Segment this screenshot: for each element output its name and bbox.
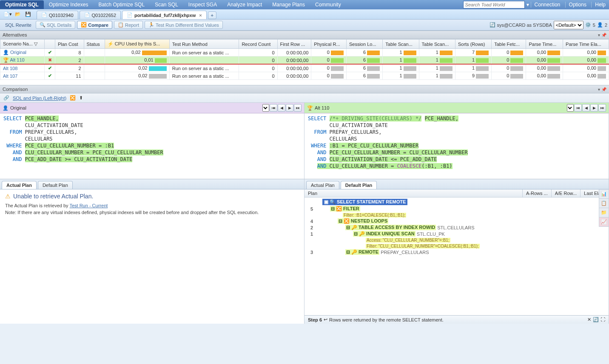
step-icon: ↩	[324, 317, 327, 322]
plan-tree-node[interactable]: 5⊟ 🔀 FILTER	[305, 206, 608, 212]
prev-icon[interactable]: ◀	[278, 104, 285, 112]
grid-col-header[interactable]: Plan Cost	[55, 40, 84, 49]
swap-icon[interactable]: 🔀	[70, 95, 76, 101]
menu-batch-optimize[interactable]: Batch Optimize SQL	[93, 0, 150, 9]
menu-optimize-indexes[interactable]: Optimize Indexes	[44, 0, 94, 9]
plan-tree[interactable]: ▣ 🔍 SELECT STATEMENT REMOTE5⊟ 🔀 FILTERFi…	[304, 198, 609, 256]
grid-col-header[interactable]: Sorts (Rows)	[455, 40, 491, 49]
grid-col-header[interactable]: Test Run Method	[169, 40, 239, 49]
comparison-header: Comparison ▾ 📌	[0, 85, 609, 93]
new-tab-button[interactable]: +	[208, 11, 216, 19]
grid-col-header[interactable]	[45, 40, 55, 49]
grid-col-header[interactable]: Table Scan...	[419, 40, 455, 49]
plan-right-pane: Actual Plan Default Plan Plan A-Rows ...…	[304, 179, 609, 324]
new-icon[interactable]: 📄▾	[3, 10, 12, 19]
menu-inspect-sga[interactable]: Inspect SGA	[183, 0, 222, 9]
grid-col-header[interactable]: Table Fetc...	[492, 40, 526, 49]
grid-row[interactable]: 👤 Original✔80,02 Run on server as a stat…	[0, 49, 609, 56]
menu-optimize-sql[interactable]: Optimize SQL	[0, 0, 44, 9]
menu-analyze-impact[interactable]: Analyze Impact	[222, 0, 267, 9]
grid-col-header[interactable]: Session Lo...	[346, 40, 382, 49]
sql-left-code[interactable]: SELECT PCE_HANDLE, CLU_ACTIVATION_DATE F…	[0, 113, 304, 179]
first-icon[interactable]: ⏮	[574, 104, 582, 112]
menu-community[interactable]: Community	[310, 0, 346, 9]
test-run-link[interactable]: Test Run - Current	[69, 203, 108, 208]
plan-error-heading: ⚠Unable to retrieve Actual Plan.	[5, 193, 299, 200]
menu-manage-plans[interactable]: Manage Plans	[267, 0, 310, 9]
grid-row[interactable]: 🏆 Alt 110✖20,01 00:00:00,000 6 1 1 1 0 0…	[0, 56, 609, 65]
plan-tree-node[interactable]: ▣ 🔍 SELECT STATEMENT REMOTE	[305, 198, 608, 206]
trophy-icon: 🏆	[307, 105, 313, 111]
right-dropdown[interactable]	[567, 104, 574, 112]
grid-row[interactable]: Alt 107✔110,02 Run on server as a static…	[0, 72, 609, 80]
plan-compare-panes: Actual Plan Default Plan ⚠Unable to retr…	[0, 179, 609, 324]
tab-actual-plan-right[interactable]: Actual Plan	[306, 181, 339, 189]
sql-left-pane: 👤 Original ⏮ ◀ ▶ ⏭ SELECT PCE_HANDLE, CL…	[0, 103, 304, 179]
plan-tree-node[interactable]: 3⊟ 🔑 REMOTE PREPAY_CELLULARS	[305, 249, 608, 255]
profile-dropdown[interactable]: <Default>	[554, 21, 583, 29]
tab-icon: 📄	[41, 12, 47, 18]
up-icon[interactable]: ⬆	[79, 95, 83, 101]
close-icon[interactable]: ×	[199, 13, 202, 18]
link-help[interactable]: Help	[591, 2, 609, 8]
btn-compare[interactable]: 🔀Compare	[77, 21, 112, 29]
open-icon[interactable]: 📂	[14, 10, 22, 19]
save-icon[interactable]: 💾	[24, 10, 32, 19]
first-icon[interactable]: ⏮	[270, 104, 277, 112]
plan-tree-node[interactable]: 2⊟ 🔑 TABLE ACCESS BY INDEX ROWID STL.CEL…	[305, 224, 608, 231]
grid-col-header[interactable]: Scenario Na... ▽	[0, 40, 45, 49]
grid-col-header[interactable]: Record Count	[239, 40, 277, 49]
left-dropdown[interactable]	[262, 104, 269, 112]
plan-tree-node[interactable]: 4⊟ 🔀 NESTED LOOPS	[305, 218, 608, 224]
grid-col-header[interactable]: Table Scan...	[383, 40, 419, 49]
file-tab-1[interactable]: 📄Q01032940	[37, 11, 78, 19]
grid-col-header[interactable]: Physical R...	[311, 40, 347, 49]
warning-icon: ⚠	[5, 193, 11, 200]
next-icon[interactable]: ▶	[590, 104, 598, 112]
side-btn-2[interactable]: 📋	[599, 199, 609, 208]
btn-test-run[interactable]: 🏃Test Run Different Bind Values	[145, 21, 223, 29]
grid-row[interactable]: Alt 108✔20,02 Run on server as a static …	[0, 64, 609, 72]
tab-default-plan-left[interactable]: Default Plan	[38, 181, 73, 189]
link-options[interactable]: Options	[565, 2, 590, 8]
menu-scan-sql[interactable]: Scan SQL	[150, 0, 183, 9]
tab-actual-plan-left[interactable]: Actual Plan	[2, 181, 37, 189]
next-icon[interactable]: ▶	[286, 104, 293, 112]
alternatives-grid: Scenario Na... ▽Plan CostStatus⚡ CPU Use…	[0, 39, 609, 85]
plan-left-pane: Actual Plan Default Plan ⚠Unable to retr…	[0, 179, 304, 324]
close-icon[interactable]: ✕	[587, 317, 591, 322]
grid-col-header[interactable]: Status	[84, 40, 105, 49]
grid-col-header[interactable]: ⚡ CPU Used by this S...	[105, 40, 169, 49]
file-tab-2[interactable]: 📄Q01022652	[80, 11, 121, 19]
expand-icon[interactable]: ⛶	[600, 317, 605, 322]
collapse-icon[interactable]: ▾ 📌	[598, 33, 606, 37]
file-tab-strip: 📄Q01032940 📄Q01022652 📄portabilidad_fuf7…	[37, 9, 216, 19]
refresh-icon[interactable]: 🔄	[593, 317, 599, 322]
link-connection[interactable]: Connection	[531, 2, 564, 8]
grid-col-header[interactable]: First Row ...	[277, 40, 311, 49]
side-btn-1[interactable]: 📊	[599, 189, 609, 199]
left-pane-header: 👤 Original ⏮ ◀ ▶ ⏭	[0, 103, 304, 113]
search-input[interactable]	[463, 1, 525, 8]
stat-icon-2: 👤	[597, 22, 603, 28]
tab-icon: 📄	[84, 12, 90, 18]
tab-default-plan-right[interactable]: Default Plan	[341, 181, 377, 189]
plan-tree-node[interactable]: 1⊟ 🔑 INDEX UNIQUE SCAN STL.CLU_PK	[305, 231, 608, 237]
plan-error-text1: The Actual Plan is retrieved by Test Run…	[5, 203, 299, 208]
layout-link[interactable]: SQL and Plan (Left-Right)	[13, 96, 66, 101]
sql-right-pane: 🏆 Alt 110 ⏮ ◀ ▶ ⏭ SELECT /*+ DRIVING_SIT…	[304, 103, 609, 179]
last-icon[interactable]: ⏭	[294, 104, 302, 112]
grid-col-header[interactable]: Parse Time...	[526, 40, 563, 49]
sql-right-code[interactable]: SELECT /*+ DRIVING_SITE(CELLULARS) */ PC…	[304, 113, 609, 179]
plan-tree-header: Plan A-Rows ... A/E Row... Last Ela...	[304, 189, 609, 198]
last-icon[interactable]: ⏭	[598, 104, 606, 112]
grid-col-header[interactable]: Parse Time Ela...	[563, 40, 609, 49]
btn-sql-details[interactable]: 🔍SQL Details	[36, 21, 75, 29]
side-btn-4[interactable]: 📈	[599, 217, 609, 227]
prev-icon[interactable]: ◀	[582, 104, 590, 112]
side-btn-3[interactable]: 📁	[599, 208, 609, 217]
btn-report[interactable]: 📋Report	[114, 21, 143, 29]
collapse-icon[interactable]: ▾ 📌	[598, 87, 606, 92]
view-title: SQL Rewrite	[2, 23, 35, 28]
file-tab-3[interactable]: 📄portabilidad_fuf7zk8jxhpxw×	[122, 11, 207, 19]
